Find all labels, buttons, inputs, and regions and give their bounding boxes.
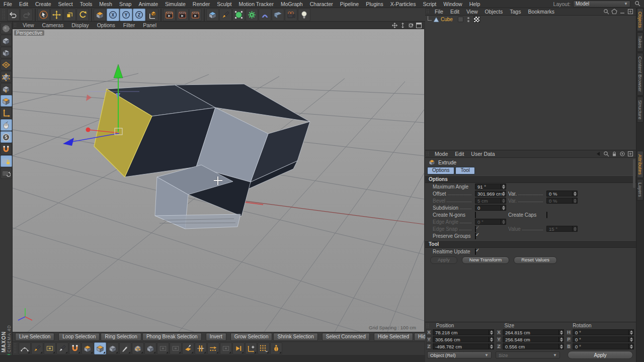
render-picture-viewer-icon[interactable]	[176, 9, 189, 21]
move-icon[interactable]	[50, 9, 63, 21]
coordinate-grip[interactable]	[426, 323, 430, 328]
render-settings-icon[interactable]	[189, 9, 202, 21]
search-icon[interactable]	[603, 9, 610, 15]
apply-button[interactable]: Apply	[568, 351, 633, 359]
select-connected-button[interactable]: Select Connected	[322, 333, 370, 341]
coord-position-x-field[interactable]: 78.218 cm	[433, 329, 494, 335]
menubar-item-sculpt[interactable]: Sculpt	[213, 1, 235, 7]
inner-extrude-icon[interactable]	[132, 342, 144, 354]
target-icon[interactable]	[619, 151, 626, 157]
spline-arc-icon[interactable]	[19, 342, 31, 354]
menubar-item-script[interactable]: Script	[419, 1, 440, 7]
viewport-menubar-grip[interactable]	[14, 23, 17, 28]
menubar-item-animate[interactable]: Animate	[135, 1, 162, 7]
coord-position-y-field[interactable]: 305.666 cm	[433, 336, 494, 342]
preserve-groups-checkbox[interactable]	[475, 233, 476, 239]
grow-selection-button[interactable]: Grow Selection	[230, 333, 273, 341]
camera-icon[interactable]	[285, 9, 297, 21]
hide-selected-button[interactable]: Hide Selected	[374, 333, 413, 341]
menubar-item-window[interactable]: Window	[440, 1, 465, 7]
rotate-icon[interactable]	[76, 9, 89, 21]
maximum-angle-field[interactable]: 91 °	[475, 184, 506, 190]
spinner[interactable]	[558, 337, 564, 342]
object-manager-menu-tags[interactable]: Tags	[506, 9, 524, 15]
menubar-item-x-particles[interactable]: X-Particles	[387, 1, 420, 7]
panel-tab-attributes[interactable]: Attributes	[637, 151, 643, 178]
spinner[interactable]	[501, 184, 506, 189]
weld-icon[interactable]	[220, 342, 232, 354]
scrollbar[interactable]	[633, 159, 635, 188]
options-section-header[interactable]: Options	[425, 175, 636, 183]
tab-options[interactable]: Options	[427, 167, 454, 174]
zoom-view-icon[interactable]	[399, 22, 406, 29]
pan-view-icon[interactable]	[391, 22, 398, 29]
undo-icon[interactable]	[7, 9, 20, 21]
panel-tab-content-browser[interactable]: Content Browser	[637, 53, 643, 96]
loop-selection-button[interactable]: Loop Selection	[58, 333, 100, 341]
menubar-item-file[interactable]: File	[0, 1, 16, 7]
subdivision-field[interactable]: 0	[475, 205, 506, 211]
attribute-manager-menu-user-data[interactable]: User Data	[467, 151, 498, 157]
maximize-view-icon[interactable]	[416, 22, 422, 29]
lock-icon[interactable]	[611, 151, 618, 157]
paint-tool-icon[interactable]	[1, 23, 12, 34]
create-ngons-checkbox[interactable]	[475, 212, 476, 218]
panel-tab-layers[interactable]: Layers	[637, 179, 643, 201]
object-name[interactable]: Cube	[441, 17, 453, 22]
scale-icon[interactable]	[63, 9, 76, 21]
melt-icon[interactable]	[270, 342, 282, 354]
spinner[interactable]	[501, 191, 506, 196]
history-back-icon[interactable]	[595, 151, 602, 157]
coord-position-z-field[interactable]: -498.782 cm	[433, 343, 494, 349]
attribute-manager-grip[interactable]	[426, 151, 430, 156]
phong-break-selection-button[interactable]: Phong Break Selection	[142, 333, 202, 341]
create-caps-checkbox[interactable]	[546, 212, 547, 218]
menubar-item-mesh[interactable]: Mesh	[96, 1, 116, 7]
untriangulate-icon[interactable]	[157, 342, 169, 354]
viewport-menu-cameras[interactable]: Cameras	[38, 22, 68, 28]
toolbar-grip[interactable]	[2, 9, 6, 20]
stitch-sew-icon[interactable]	[207, 342, 219, 354]
minimize-icon[interactable]	[619, 9, 626, 15]
viewport-menu-options[interactable]: Options	[93, 22, 119, 28]
reset-values-button[interactable]: Reset Values	[514, 256, 557, 264]
ring-selection-button[interactable]: Ring Selection	[101, 333, 141, 341]
edges-mode-icon[interactable]	[1, 83, 12, 95]
menubar-item-create[interactable]: Create	[32, 1, 55, 7]
menubar-item-simulate[interactable]: Simulate	[162, 1, 189, 7]
primitive-cube-icon[interactable]	[206, 9, 219, 21]
deformers-icon[interactable]	[259, 9, 271, 21]
object-manager-menu-bookmarks[interactable]: Bookmarks	[524, 9, 558, 15]
coord-size-z-field[interactable]: 0.556 cm	[503, 343, 564, 349]
coord-rotation-p-field[interactable]: 0 °	[573, 336, 634, 342]
object-manager-menu-view[interactable]: View	[463, 9, 481, 15]
magnet-icon[interactable]	[1, 143, 12, 155]
view-label[interactable]: Perspective	[14, 30, 44, 36]
coord-rotation-h-field[interactable]: 0 °	[573, 329, 634, 335]
home-icon[interactable]	[611, 9, 618, 15]
coordinate-mode-dropdown[interactable]: Object (Rel)▼	[427, 351, 492, 358]
collapse-icon[interactable]	[232, 342, 245, 354]
spline-pen-icon[interactable]	[219, 9, 232, 21]
y-axis-lock-icon[interactable]: Y	[120, 9, 132, 21]
menubar-item-plugins[interactable]: Plugins	[362, 1, 386, 7]
search-icon[interactable]	[603, 151, 610, 157]
extrude-tool-icon[interactable]	[82, 342, 94, 354]
redo-icon[interactable]	[20, 9, 33, 21]
last-tool-extrude-icon[interactable]	[94, 9, 106, 21]
polygons-mode-icon[interactable]	[1, 95, 12, 107]
x-axis-lock-icon[interactable]: X	[107, 9, 119, 21]
panel-tab-objects[interactable]: Objects	[637, 8, 643, 31]
viewport-menu-filter[interactable]: Filter	[119, 22, 139, 28]
spinner[interactable]	[628, 337, 633, 342]
menubar-item-tools[interactable]: Tools	[76, 1, 96, 7]
spinner[interactable]	[489, 337, 494, 342]
realtime-update-checkbox[interactable]	[475, 248, 476, 255]
object-row[interactable]: Cube	[425, 16, 636, 23]
points-mode-icon[interactable]	[1, 71, 12, 82]
dock-icon[interactable]	[627, 151, 634, 157]
menubar-item-help[interactable]: Help	[466, 1, 484, 7]
object-manager-menu-file[interactable]: File	[431, 9, 447, 15]
polygon-pen-icon[interactable]	[31, 342, 43, 354]
coord-size-y-field[interactable]: 256.548 cm	[503, 336, 564, 342]
